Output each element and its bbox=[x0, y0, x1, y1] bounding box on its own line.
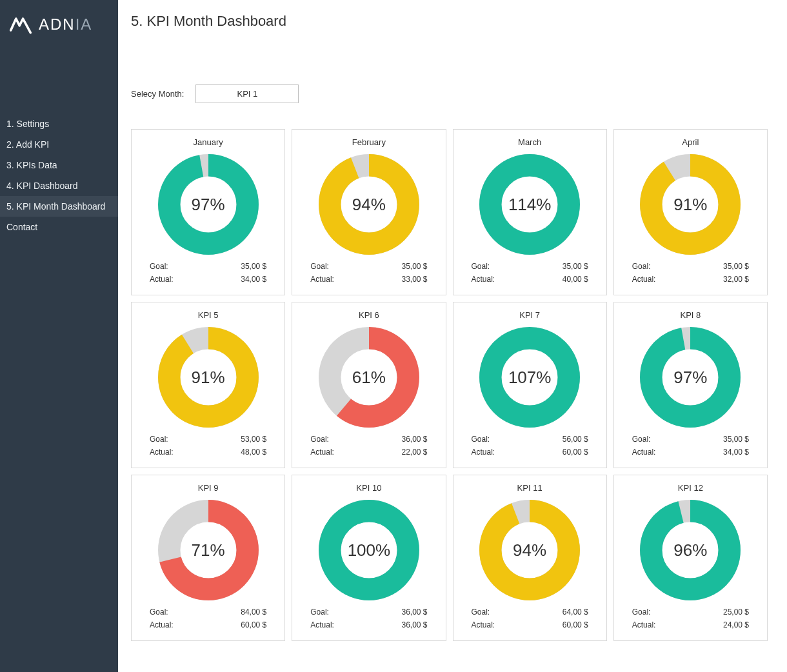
kpi-donut: 94% bbox=[477, 498, 582, 602]
kpi-donut: 91% bbox=[638, 152, 742, 257]
kpi-card-11: KPI 1296%Goal:25,00 $Actual:24,00 $ bbox=[613, 475, 768, 641]
kpi-card-6: KPI 7107%Goal:56,00 $Actual:60,00 $ bbox=[453, 302, 607, 468]
select-month-dropdown[interactable]: KPI 1 bbox=[195, 84, 299, 103]
goal-value: 84,00 $ bbox=[241, 608, 266, 617]
goal-value: 56,00 $ bbox=[563, 435, 588, 444]
kpi-donut: 91% bbox=[156, 325, 261, 430]
goal-value: 35,00 $ bbox=[723, 262, 749, 271]
kpi-stats: Goal:35,00 $Actual:32,00 $ bbox=[614, 257, 767, 290]
kpi-card-title: KPI 9 bbox=[198, 483, 219, 493]
goal-value: 35,00 $ bbox=[723, 435, 749, 444]
kpi-card-9: KPI 10100%Goal:36,00 $Actual:36,00 $ bbox=[292, 475, 446, 641]
actual-label: Actual: bbox=[310, 275, 334, 284]
kpi-donut: 71% bbox=[156, 498, 261, 602]
sidebar-item-0[interactable]: 1. Settings bbox=[0, 114, 118, 134]
kpi-donut: 96% bbox=[638, 498, 742, 602]
brand-logo: ADNIA bbox=[0, 13, 118, 36]
goal-label: Goal: bbox=[150, 262, 168, 271]
actual-label: Actual: bbox=[632, 620, 656, 629]
actual-label: Actual: bbox=[310, 620, 334, 629]
actual-label: Actual: bbox=[150, 275, 174, 284]
goal-label: Goal: bbox=[472, 608, 490, 617]
kpi-percent: 96% bbox=[638, 498, 742, 602]
actual-value: 36,00 $ bbox=[401, 620, 427, 629]
goal-value: 64,00 $ bbox=[563, 608, 588, 617]
goal-label: Goal: bbox=[632, 608, 651, 617]
actual-value: 48,00 $ bbox=[241, 448, 266, 457]
goal-value: 35,00 $ bbox=[563, 262, 588, 271]
kpi-stats: Goal:35,00 $Actual:33,00 $ bbox=[292, 257, 445, 290]
brand-name-white: ADN bbox=[39, 15, 75, 33]
sidebar-item-2[interactable]: 3. KPIs Data bbox=[0, 155, 118, 175]
actual-value: 24,00 $ bbox=[723, 620, 749, 629]
kpi-card-10: KPI 1194%Goal:64,00 $Actual:60,00 $ bbox=[453, 475, 607, 641]
kpi-stats: Goal:84,00 $Actual:60,00 $ bbox=[132, 602, 284, 636]
kpi-grid: January97%Goal:35,00 $Actual:34,00 $Febr… bbox=[131, 129, 768, 641]
kpi-card-title: KPI 12 bbox=[678, 483, 703, 493]
kpi-percent: 94% bbox=[477, 498, 582, 602]
actual-value: 60,00 $ bbox=[563, 448, 588, 457]
kpi-stats: Goal:64,00 $Actual:60,00 $ bbox=[453, 602, 606, 636]
kpi-percent: 94% bbox=[317, 152, 421, 257]
goal-value: 25,00 $ bbox=[723, 608, 749, 617]
sidebar-item-3[interactable]: 4. KPI Dashboard bbox=[0, 175, 118, 196]
actual-label: Actual: bbox=[472, 448, 495, 457]
actual-label: Actual: bbox=[632, 448, 656, 457]
sidebar: ADNIA 1. Settings2. Add KPI3. KPIs Data4… bbox=[0, 0, 118, 672]
goal-label: Goal: bbox=[632, 435, 651, 444]
kpi-card-4: KPI 591%Goal:53,00 $Actual:48,00 $ bbox=[131, 302, 285, 468]
goal-label: Goal: bbox=[310, 262, 329, 271]
actual-value: 32,00 $ bbox=[723, 275, 749, 284]
goal-value: 36,00 $ bbox=[401, 608, 427, 617]
kpi-percent: 97% bbox=[638, 325, 742, 430]
kpi-percent: 61% bbox=[317, 325, 421, 430]
kpi-card-2: March114%Goal:35,00 $Actual:40,00 $ bbox=[453, 129, 607, 295]
kpi-donut: 94% bbox=[317, 152, 421, 257]
kpi-card-1: February94%Goal:35,00 $Actual:33,00 $ bbox=[292, 129, 446, 295]
goal-label: Goal: bbox=[310, 608, 329, 617]
kpi-card-title: KPI 11 bbox=[517, 483, 543, 493]
kpi-card-title: January bbox=[194, 137, 223, 147]
kpi-card-title: April bbox=[682, 137, 699, 147]
actual-label: Actual: bbox=[472, 620, 495, 629]
kpi-donut: 100% bbox=[317, 498, 421, 602]
kpi-percent: 91% bbox=[156, 325, 261, 430]
actual-value: 34,00 $ bbox=[723, 448, 749, 457]
kpi-donut: 114% bbox=[477, 152, 582, 257]
goal-value: 53,00 $ bbox=[241, 435, 266, 444]
kpi-percent: 71% bbox=[156, 498, 261, 602]
kpi-stats: Goal:35,00 $Actual:40,00 $ bbox=[453, 257, 606, 290]
goal-value: 36,00 $ bbox=[401, 435, 427, 444]
kpi-card-3: April91%Goal:35,00 $Actual:32,00 $ bbox=[613, 129, 768, 295]
goal-label: Goal: bbox=[632, 262, 651, 271]
actual-value: 40,00 $ bbox=[563, 275, 588, 284]
actual-value: 60,00 $ bbox=[563, 620, 588, 629]
kpi-stats: Goal:56,00 $Actual:60,00 $ bbox=[453, 430, 606, 463]
goal-label: Goal: bbox=[150, 435, 168, 444]
kpi-donut: 107% bbox=[477, 325, 582, 430]
kpi-card-title: KPI 6 bbox=[359, 310, 379, 320]
sidebar-item-1[interactable]: 2. Add KPI bbox=[0, 134, 118, 155]
kpi-card-7: KPI 897%Goal:35,00 $Actual:34,00 $ bbox=[613, 302, 768, 468]
kpi-stats: Goal:25,00 $Actual:24,00 $ bbox=[614, 602, 767, 636]
kpi-donut: 97% bbox=[156, 152, 261, 257]
actual-label: Actual: bbox=[150, 448, 174, 457]
select-month-row: Selecy Month: KPI 1 bbox=[131, 84, 768, 103]
kpi-card-title: February bbox=[352, 137, 386, 147]
goal-label: Goal: bbox=[472, 262, 490, 271]
actual-value: 22,00 $ bbox=[401, 448, 427, 457]
sidebar-item-5[interactable]: Contact bbox=[0, 217, 118, 237]
goal-value: 35,00 $ bbox=[401, 262, 427, 271]
goal-label: Goal: bbox=[150, 608, 168, 617]
kpi-stats: Goal:53,00 $Actual:48,00 $ bbox=[132, 430, 284, 463]
sidebar-item-4[interactable]: 5. KPI Month Dashboard bbox=[0, 196, 118, 217]
kpi-donut: 97% bbox=[638, 325, 742, 430]
logo-icon bbox=[9, 13, 32, 36]
kpi-card-title: KPI 5 bbox=[198, 310, 219, 320]
kpi-card-0: January97%Goal:35,00 $Actual:34,00 $ bbox=[131, 129, 285, 295]
kpi-percent: 91% bbox=[638, 152, 742, 257]
kpi-card-8: KPI 971%Goal:84,00 $Actual:60,00 $ bbox=[131, 475, 285, 641]
nav-list: 1. Settings2. Add KPI3. KPIs Data4. KPI … bbox=[0, 114, 118, 237]
actual-label: Actual: bbox=[150, 620, 174, 629]
actual-label: Actual: bbox=[472, 275, 495, 284]
